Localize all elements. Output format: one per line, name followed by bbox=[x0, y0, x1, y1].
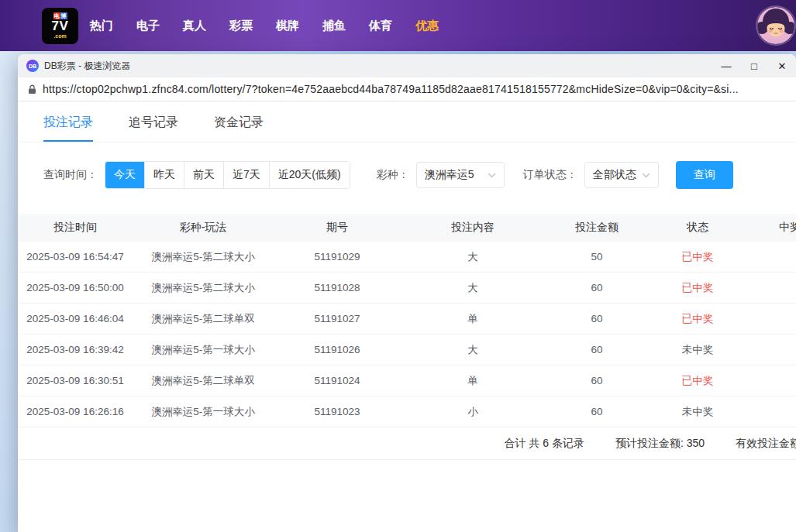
cell-game: 澳洲幸运5-第一球大小 bbox=[133, 343, 274, 357]
desktop-background: 电 博 7V .com 热门 电子 真人 彩票 棋牌 捕鱼 体育 优惠 bbox=[0, 0, 796, 532]
record-tabs: 投注记录 追号记录 资金记录 bbox=[18, 101, 796, 142]
cell-amount: 60 bbox=[545, 313, 649, 324]
nav-item-electronic[interactable]: 电子 bbox=[125, 19, 171, 33]
nav-item-fishing[interactable]: 捕鱼 bbox=[311, 19, 357, 33]
query-time-label: 查询时间： bbox=[43, 168, 98, 182]
url-text[interactable]: https://ctop02pchwp1.zfnc84.com/lottery/… bbox=[43, 83, 739, 95]
cell-status: 未中奖 bbox=[649, 405, 746, 419]
lottery-select-value: 澳洲幸运5 bbox=[425, 168, 474, 182]
tab-chase-records[interactable]: 追号记录 bbox=[129, 101, 178, 142]
time-option-yesterday[interactable]: 昨天 bbox=[145, 162, 184, 188]
order-status-value: 全部状态 bbox=[593, 168, 636, 182]
table-header-row: 投注时间 彩种-玩法 期号 投注内容 投注金额 状态 中奖金额 bbox=[18, 214, 796, 242]
cell-bet-time: 2025-03-09 16:46:04 bbox=[18, 313, 133, 324]
lottery-select[interactable]: 澳洲幸运5 bbox=[416, 162, 505, 188]
cell-content: 单 bbox=[401, 374, 545, 388]
minimize-icon: — bbox=[722, 60, 732, 72]
cell-issue: 51191023 bbox=[274, 406, 401, 417]
lottery-label: 彩种： bbox=[377, 168, 409, 182]
cell-issue: 51191029 bbox=[274, 251, 401, 263]
time-option-last-20-days[interactable]: 近20天(低频) bbox=[270, 162, 350, 188]
query-button[interactable]: 查询 bbox=[676, 161, 733, 189]
header-status: 状态 bbox=[649, 221, 746, 235]
cell-prize: 9 bbox=[746, 251, 796, 263]
lock-icon bbox=[28, 84, 36, 94]
cell-content: 大 bbox=[401, 250, 545, 264]
time-option-last-7-days[interactable]: 近7天 bbox=[224, 162, 270, 188]
filter-bar: 查询时间： 今天 昨天 前天 近7天 近20天(低频) 彩种： 澳洲幸运5 订单… bbox=[18, 142, 796, 204]
cell-status: 未中奖 bbox=[649, 343, 746, 357]
nav-item-sports[interactable]: 体育 bbox=[357, 19, 404, 33]
cell-game: 澳洲幸运5-第一球大小 bbox=[133, 405, 274, 419]
table-row: 2025-03-09 16:50:00 澳洲幸运5-第二球大小 51191028… bbox=[18, 273, 796, 304]
cell-game: 澳洲幸运5-第二球单双 bbox=[133, 374, 274, 388]
cell-bet-time: 2025-03-09 16:54:47 bbox=[18, 251, 133, 263]
tab-fund-records[interactable]: 资金记录 bbox=[214, 101, 264, 142]
cell-game: 澳洲幸运5-第二球单双 bbox=[133, 312, 274, 326]
window-titlebar[interactable]: DB DB彩票 - 极速浏览器 — □ ✕ bbox=[18, 54, 796, 77]
user-avatar[interactable] bbox=[757, 7, 794, 44]
site-logo[interactable]: 电 博 7V .com bbox=[42, 8, 78, 44]
cell-bet-time: 2025-03-09 16:26:16 bbox=[18, 406, 133, 417]
order-status-select[interactable]: 全部状态 bbox=[584, 162, 659, 188]
bet-records-table: 投注时间 彩种-玩法 期号 投注内容 投注金额 状态 中奖金额 2025-03-… bbox=[18, 214, 796, 460]
tab-bet-records[interactable]: 投注记录 bbox=[43, 101, 93, 142]
minimize-button[interactable]: — bbox=[712, 54, 740, 77]
cell-issue: 51191028 bbox=[274, 282, 401, 293]
header-content: 投注内容 bbox=[401, 221, 545, 235]
browser-window: DB DB彩票 - 极速浏览器 — □ ✕ https://ctop02pchw… bbox=[18, 54, 796, 532]
cell-game: 澳洲幸运5-第二球大小 bbox=[133, 250, 274, 264]
cell-content: 大 bbox=[401, 281, 545, 295]
time-option-day-before[interactable]: 前天 bbox=[184, 162, 224, 188]
nav-item-promo[interactable]: 优惠 bbox=[404, 19, 450, 33]
cell-amount: 60 bbox=[545, 282, 649, 293]
cell-amount: 60 bbox=[545, 375, 649, 386]
table-row: 2025-03-09 16:39:42 澳洲幸运5-第一球大小 51191026… bbox=[18, 335, 796, 366]
order-status-label: 订单状态： bbox=[523, 168, 577, 182]
cell-prize: 1 bbox=[746, 375, 796, 386]
cell-content: 大 bbox=[401, 343, 545, 357]
table-row: 2025-03-09 16:26:16 澳洲幸运5-第一球大小 51191023… bbox=[18, 396, 796, 427]
cell-prize: 1 bbox=[746, 282, 796, 293]
browser-favicon-icon: DB bbox=[26, 60, 39, 72]
cell-issue: 51191024 bbox=[274, 375, 401, 386]
address-bar[interactable]: https://ctop02pchwp1.zfnc84.com/lottery/… bbox=[18, 77, 796, 101]
header-issue: 期号 bbox=[274, 221, 401, 235]
nav-item-hot[interactable]: 热门 bbox=[78, 19, 125, 33]
cell-content: 单 bbox=[401, 312, 545, 326]
cell-issue: 51191026 bbox=[274, 344, 401, 355]
logo-text: 7V bbox=[52, 19, 69, 33]
nav-menu: 热门 电子 真人 彩票 棋牌 捕鱼 体育 优惠 bbox=[78, 19, 450, 33]
maximize-button[interactable]: □ bbox=[740, 54, 768, 77]
table-row: 2025-03-09 16:30:51 澳洲幸运5-第二球单双 51191024… bbox=[18, 366, 796, 396]
logo-suffix: .com bbox=[53, 33, 66, 39]
close-icon: ✕ bbox=[778, 60, 787, 72]
time-option-today[interactable]: 今天 bbox=[105, 162, 145, 188]
cell-bet-time: 2025-03-09 16:30:51 bbox=[18, 375, 133, 386]
cell-bet-time: 2025-03-09 16:50:00 bbox=[18, 282, 133, 293]
cell-issue: 51191027 bbox=[274, 313, 401, 324]
nav-item-chess[interactable]: 棋牌 bbox=[264, 19, 311, 33]
nav-item-live[interactable]: 真人 bbox=[171, 19, 218, 33]
table-row: 2025-03-09 16:54:47 澳洲幸运5-第二球大小 51191029… bbox=[18, 242, 796, 273]
chevron-down-icon bbox=[642, 173, 650, 178]
cell-amount: 50 bbox=[545, 251, 649, 263]
table-row: 2025-03-09 16:46:04 澳洲幸运5-第二球单双 51191027… bbox=[18, 304, 796, 335]
cell-amount: 60 bbox=[545, 344, 649, 355]
site-navbar: 电 博 7V .com 热门 电子 真人 彩票 棋牌 捕鱼 体育 优惠 bbox=[0, 0, 796, 51]
maximize-icon: □ bbox=[751, 60, 757, 72]
cell-status: 已中奖 bbox=[649, 312, 746, 326]
close-button[interactable]: ✕ bbox=[768, 54, 796, 77]
cell-amount: 60 bbox=[545, 406, 649, 417]
cell-bet-time: 2025-03-09 16:39:42 bbox=[18, 344, 133, 355]
summary-record-count: 合计 共 6 条记录 bbox=[505, 437, 584, 451]
nav-item-lottery[interactable]: 彩票 bbox=[218, 19, 264, 33]
summary-expected-amount: 预计投注金额: 350 bbox=[615, 437, 705, 451]
table-summary-row: 合计 共 6 条记录 预计投注金额: 350 有效投注金额: bbox=[18, 427, 796, 460]
cell-prize: 1 bbox=[746, 313, 796, 324]
cell-status: 已中奖 bbox=[649, 374, 746, 388]
time-range-group: 今天 昨天 前天 近7天 近20天(低频) bbox=[105, 161, 350, 189]
cell-content: 小 bbox=[401, 405, 545, 419]
cell-game: 澳洲幸运5-第二球大小 bbox=[133, 281, 274, 295]
header-prize: 中奖金额 bbox=[746, 221, 796, 235]
